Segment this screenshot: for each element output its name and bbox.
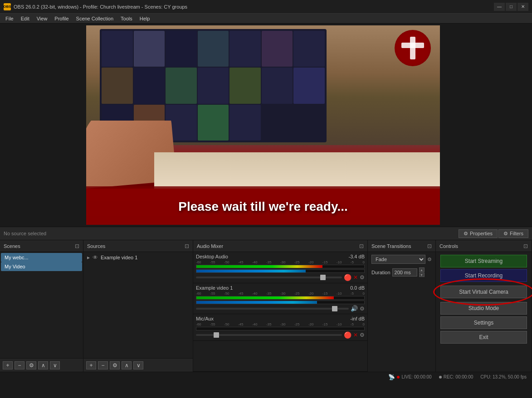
desktop-audio-mute-button[interactable]: 🔴 [344,274,351,281]
audio-mixer-panel: Audio Mixer ⊡ Desktop Audio -3.4 dB -60-… [193,240,368,372]
preview-area: Please wait till we're ready... [86,25,440,225]
desktop-audio-fader-row: 🔴 ✕ ⚙ [196,274,365,281]
sources-panel-header: Sources ⊡ [83,240,193,252]
scenes-panel-header: Scenes ⊡ [0,240,83,252]
desktop-audio-fader[interactable] [196,277,342,278]
example-video-volume-button[interactable]: 🔊 [351,305,358,312]
menu-tools[interactable]: Tools [117,15,136,22]
transition-type-select[interactable]: Fade Cut Swipe Slide [371,255,425,264]
scenes-configure-button[interactable]: ⚙ [26,361,36,369]
obs-icon: OBS [4,3,11,10]
scene-item-myvideo[interactable]: My Video [1,262,82,271]
titlebar-title: OBS 26.0.2 (32-bit, windows) - Profile: … [14,4,187,10]
virtual-camera-container: Start Virtual Camera [437,284,531,300]
sources-configure-button[interactable]: ⚙ [110,361,120,369]
sources-add-button[interactable]: + [86,361,96,369]
titlebar: OBS OBS 26.0.2 (32-bit, windows) - Profi… [0,0,532,14]
preview-image: Please wait till we're ready... [86,25,440,225]
audio-mixer-expand-icon[interactable]: ⊡ [359,243,364,249]
sources-list: ▶ 👁 Example video 1 [83,252,193,358]
live-status: 📡 LIVE: 00:00:00 [388,374,431,380]
mic-aux-label: Mic/Aux [196,316,214,321]
start-recording-button[interactable]: Start Recording [440,269,527,282]
mic-aux-meter-green [196,327,365,330]
scenes-list: My webc... My Video [0,252,83,358]
menu-file[interactable]: File [2,15,17,22]
live-icon: 📡 [388,374,395,380]
rec-status: REC: 00:00:00 [439,374,473,379]
controls-content: Start Streaming Start Recording Start Vi… [436,252,532,372]
minimize-button[interactable]: — [494,3,505,11]
cpu-label: CPU: 13.2%, 50.00 fps [480,374,527,379]
waiting-overlay: Please wait till we're ready... [86,189,440,225]
live-label: LIVE: 00:00:00 [401,374,431,379]
mic-aux-mute-button[interactable]: 🔴 [344,331,351,339]
scenes-add-button[interactable]: + [3,361,13,369]
props-filters-group: ⚙ Properties ⚙ Filters [459,229,528,238]
menu-edit[interactable]: Edit [17,15,33,22]
statusbar: 📡 LIVE: 00:00:00 REC: 00:00:00 CPU: 13.2… [0,372,532,382]
example-video-meter-blue [196,301,365,304]
sources-label: Sources [87,243,105,249]
menu-view[interactable]: View [33,15,51,22]
scenes-up-button[interactable]: ∧ [38,361,48,369]
waiting-text: Please wait till we're ready... [178,199,347,214]
settings-button[interactable]: Settings [440,316,527,329]
start-virtual-camera-button[interactable]: Start Virtual Camera [440,286,527,298]
desktop-audio-settings-button[interactable]: ⚙ [360,274,365,281]
church-logo [395,30,431,66]
duration-input[interactable] [392,268,417,277]
menu-profile[interactable]: Profile [51,15,72,22]
menu-scene-collection[interactable]: Scene Collection [73,15,117,22]
mic-aux-x-icon: ✕ [353,332,358,338]
titlebar-controls: — □ ✕ [494,3,528,11]
scene-transitions-label: Scene Transitions [371,243,411,249]
duration-label: Duration [371,270,390,275]
controls-expand-icon[interactable]: ⊡ [523,243,528,249]
exit-button[interactable]: Exit [440,331,527,344]
gear-icon: ⚙ [464,231,468,237]
duration-arrows: ▲ ▼ [419,267,425,277]
scene-transitions-header: Scene Transitions ⊡ [368,240,435,252]
example-video-settings-button[interactable]: ⚙ [360,306,365,312]
maximize-button[interactable]: □ [506,3,517,11]
duration-up-arrow[interactable]: ▲ [419,267,425,272]
example-video-fader[interactable] [196,308,349,310]
cpu-status: CPU: 13.2%, 50.00 fps [480,374,527,379]
source-item-example-video[interactable]: ▶ 👁 Example video 1 [84,253,192,262]
titlebar-left: OBS OBS 26.0.2 (32-bit, windows) - Profi… [4,3,187,10]
scenes-remove-button[interactable]: − [15,361,24,369]
sources-up-button[interactable]: ∧ [122,361,132,369]
filters-button[interactable]: ⚙ Filters [498,229,528,238]
mic-aux-db: -inf dB [350,316,365,321]
sources-down-button[interactable]: ∨ [133,361,143,369]
studio-mode-button[interactable]: Studio Mode [440,302,527,315]
scenes-down-button[interactable]: ∨ [50,361,60,369]
sources-expand-icon[interactable]: ⊡ [185,243,189,249]
mic-aux-settings-button[interactable]: ⚙ [360,332,365,338]
duration-down-arrow[interactable]: ▼ [419,272,425,277]
sources-panel-footer: + − ⚙ ∧ ∨ [83,358,193,372]
menu-help[interactable]: Help [136,15,154,22]
live-dot [397,376,400,379]
desktop-audio-label: Desktop Audio [196,254,228,259]
scenes-expand-icon[interactable]: ⊡ [75,243,79,249]
scenes-panel: Scenes ⊡ My webc... My Video + − ⚙ ∧ ∨ [0,240,83,372]
desktop-audio-db: -3.4 dB [349,254,365,259]
mic-aux-fader-row: 🔴 ✕ ⚙ [196,331,365,339]
rec-dot [439,376,442,379]
sources-remove-button[interactable]: − [98,361,108,369]
mic-aux-fader[interactable] [196,334,342,336]
duration-row: Duration ▲ ▼ [369,266,434,279]
scene-transitions-expand-icon[interactable]: ⊡ [427,243,432,249]
close-button[interactable]: ✕ [517,3,528,11]
source-visibility-icon[interactable]: 👁 [93,254,98,261]
bottom-panels: Scenes ⊡ My webc... My Video + − ⚙ ∧ ∨ S… [0,240,532,372]
properties-button[interactable]: ⚙ Properties [459,229,498,238]
no-source-label: No source selected [4,231,46,236]
example-video-meter-green [196,296,365,300]
scene-item-mywebc[interactable]: My webc... [1,253,82,262]
start-streaming-button[interactable]: Start Streaming [440,255,527,267]
transition-settings-icon[interactable]: ⚙ [427,257,432,262]
desktop-audio-meter-green [196,265,365,268]
